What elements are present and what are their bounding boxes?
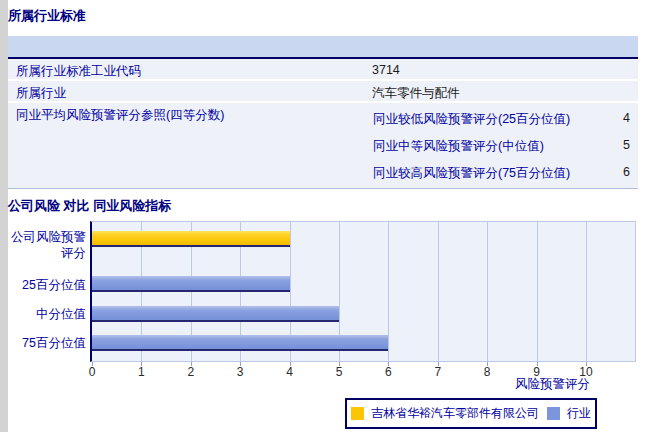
gridline (438, 222, 439, 361)
table-row: 所属行业标准工业代码 3714 (8, 59, 638, 81)
gridline (586, 222, 587, 361)
category-label: 75百分位值 (8, 335, 86, 351)
x-axis-tick-label: 6 (385, 365, 392, 379)
industry-table: 所属行业标准工业代码 3714 所属行业 汽车零件与配件 同业平均风险预警评分参… (8, 59, 638, 189)
legend-label: 吉林省华裕汽车零部件有限公司 (371, 405, 539, 422)
x-axis-tick-label: 10 (579, 365, 592, 379)
row-value: 3714 (372, 63, 400, 77)
category-label: 公司风险预警评分 (8, 229, 86, 261)
peer-score-item: 同业中等风险预警评分(中位值) 5 (8, 132, 638, 159)
industry-swatch (547, 407, 560, 420)
peer-score-value: 5 (623, 138, 630, 152)
x-axis-tick-label: 0 (89, 365, 96, 379)
row-value: 汽车零件与配件 (372, 85, 460, 102)
x-axis-tick-label: 2 (187, 365, 194, 379)
chart-bar (92, 231, 290, 247)
category-label: 中分位值 (8, 306, 86, 322)
gridline (537, 222, 538, 361)
chart-bar (92, 306, 339, 322)
table-row-peer-scores: 同业平均风险预警评分参照(四等分数) 同业较低风险预警评分(25百分位值) 4 … (8, 103, 638, 189)
x-axis-tick-label: 5 (336, 365, 343, 379)
chart-bar (92, 335, 388, 351)
left-margin-strip (0, 0, 8, 432)
company-swatch (351, 407, 364, 420)
category-label: 25百分位值 (8, 277, 86, 293)
peer-score-value: 4 (623, 111, 630, 125)
x-axis-tick-label: 7 (434, 365, 441, 379)
x-axis-tick-label: 1 (138, 365, 145, 379)
peer-score-value: 6 (623, 165, 630, 179)
table-row: 所属行业 汽车零件与配件 (8, 81, 638, 103)
legend-item: 吉林省华裕汽车零部件有限公司 (351, 405, 539, 422)
row-label: 所属行业标准工业代码 (16, 63, 141, 80)
x-axis-tick-label: 3 (237, 365, 244, 379)
peer-score-list: 同业较低风险预警评分(25百分位值) 4 同业中等风险预警评分(中位值) 5 同… (8, 105, 638, 186)
legend-item: 行业 (547, 405, 591, 422)
x-axis-tick-label: 8 (484, 365, 491, 379)
row-label: 所属行业 (16, 85, 66, 102)
chart-plot (90, 221, 636, 362)
chart-section-title: 公司风险 对比 同业风险指标 (8, 197, 171, 215)
peer-score-item: 同业较高风险预警评分(75百分位值) 6 (8, 159, 638, 186)
gridline (487, 222, 488, 361)
x-axis-tick-label: 9 (533, 365, 540, 379)
x-axis-tick-label: 4 (286, 365, 293, 379)
legend-label: 行业 (567, 405, 591, 422)
peer-score-item: 同业较低风险预警评分(25百分位值) 4 (8, 105, 638, 132)
chart-bar (92, 276, 290, 292)
peer-score-label: 同业中等风险预警评分(中位值) (373, 138, 544, 155)
gridline (388, 222, 389, 361)
peer-score-label: 同业较高风险预警评分(75百分位值) (373, 165, 570, 182)
chart-legend: 吉林省华裕汽车零部件有限公司行业 (345, 398, 597, 429)
industry-section-title: 所属行业标准 (8, 7, 86, 25)
peer-score-label: 同业较低风险预警评分(25百分位值) (373, 111, 570, 128)
table-header-band (8, 36, 638, 59)
